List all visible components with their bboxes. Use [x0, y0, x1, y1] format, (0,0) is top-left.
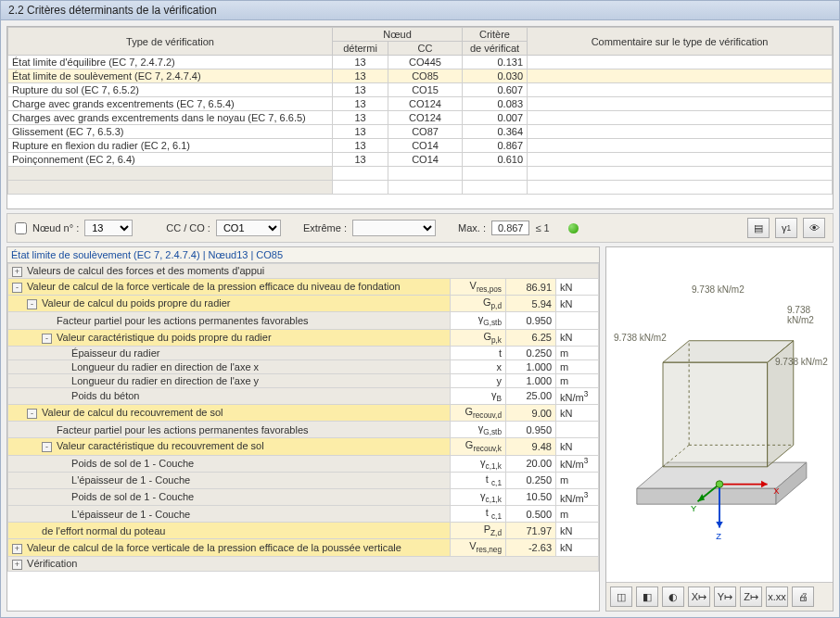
th-type: Type de vérification [8, 28, 333, 56]
th-critere: Critère [463, 28, 528, 42]
axis-y-label: Y [691, 504, 697, 513]
max-limit: ≤ 1 [535, 222, 549, 233]
window-title: 2.2 Critères déterminants de la vérifica… [1, 1, 839, 20]
details-row[interactable]: L'épaisseur de 1 - Couchet c,10.250m [8, 472, 599, 488]
table-row[interactable]: Rupture en flexion du radier (EC 2, 6.1)… [8, 139, 833, 153]
extreme-label: Extrême : [303, 222, 347, 233]
viewer-svg: X Y Z [606, 247, 833, 582]
status-ok-icon [568, 223, 579, 233]
viewer-btn-2[interactable]: ◐ [662, 586, 684, 607]
details-panel: État limite de soulèvement (EC 7, 2.4.7.… [6, 246, 600, 612]
details-row[interactable]: Poids de sol de 1 - Coucheγc,1,k20.00kN/… [8, 455, 599, 472]
load-top: 9.738 kN/m2 [692, 284, 745, 295]
details-header: État limite de soulèvement (EC 7, 2.4.7.… [7, 247, 599, 263]
twisty-icon[interactable]: - [27, 409, 37, 419]
twisty-icon[interactable]: - [27, 299, 37, 309]
extreme-select[interactable] [352, 220, 436, 236]
details-row[interactable]: - Valeur de calcul du poids propre du ra… [8, 296, 599, 312]
viewer-btn-5[interactable]: Z↦ [740, 586, 762, 607]
verification-window: 2.2 Critères déterminants de la vérifica… [0, 0, 840, 618]
soil-front [637, 488, 776, 504]
details-table: + Valeurs de calcul des forces et des mo… [7, 263, 599, 572]
axis-x-label: X [773, 486, 780, 496]
viewer-btn-7[interactable]: 🖨 [792, 586, 814, 607]
viewer-btn-3[interactable]: X↦ [688, 586, 710, 607]
axis-z-label: Z [716, 532, 721, 541]
details-row[interactable]: - Valeur de calcul de la force verticale… [8, 279, 599, 296]
twisty-icon[interactable]: + [12, 267, 22, 277]
twisty-icon[interactable]: + [12, 544, 22, 554]
load-right: 9.738 kN/m2 [787, 305, 833, 325]
table-row[interactable]: Charges avec grands excentrements dans l… [8, 111, 833, 125]
svg-marker-6 [716, 522, 723, 528]
top-table: Type de vérification Nœud Critère Commen… [6, 26, 834, 209]
details-row[interactable]: Facteur partiel pour les actions permane… [8, 312, 599, 329]
cube-front [663, 362, 768, 467]
viewer-btn-1[interactable]: ◧ [636, 586, 658, 607]
twisty-icon[interactable]: - [42, 442, 52, 452]
max-value: 0.867 [491, 221, 530, 235]
table-row[interactable]: Charge avec grands excentrements (EC 7, … [8, 97, 833, 111]
details-row[interactable]: - Valeur caractéristique du poids propre… [8, 329, 599, 346]
toolbar-btn-1[interactable]: ▤ [747, 218, 770, 238]
load-front: 9.738 kN/m2 [775, 357, 828, 367]
details-row[interactable]: Longueur du radier en direction de l'axe… [8, 373, 599, 387]
details-row[interactable]: + Valeurs de calcul des forces et des mo… [8, 264, 599, 279]
details-row[interactable]: - Valeur caractéristique du recouvrement… [8, 438, 599, 455]
toolbar-btn-2[interactable]: γ1 [775, 218, 797, 238]
details-row[interactable]: de l'effort normal du poteauPZ,d71.97kN [8, 523, 599, 539]
table-row[interactable]: Poinçonnement (EC 2, 6.4)13CO140.610 [8, 153, 833, 167]
details-row[interactable]: Longueur du radier en direction de l'axe… [8, 359, 599, 373]
details-row[interactable]: Épaisseur du radiert0.250m [8, 346, 599, 359]
details-row[interactable]: + Vérification [8, 556, 599, 571]
table-row[interactable]: État limite d'équilibre (EC 7, 2.4.7.2)1… [8, 56, 833, 69]
viewer-btn-0[interactable]: ◫ [610, 586, 632, 607]
viewer-btn-6[interactable]: x.xx [766, 586, 788, 607]
noeud-label: Nœud n° : [32, 222, 79, 233]
filter-bar: Nœud n° : 13 CC / CO : CO1 Extrême : Max… [6, 213, 834, 243]
details-row[interactable]: L'épaisseur de 1 - Couchet c,10.500m [8, 506, 599, 523]
th-commentaire: Commentaire sur le type de vérification [528, 28, 833, 56]
lower-split: État limite de soulèvement (EC 7, 2.4.7.… [6, 246, 834, 612]
details-row[interactable]: - Valeur de calcul du recouvrement de so… [8, 404, 599, 421]
details-row[interactable]: Facteur partiel pour les actions permane… [8, 422, 599, 438]
table-row[interactable]: État limite de soulèvement (EC 7, 2.4.7.… [8, 69, 833, 83]
th-cc: CC [388, 42, 463, 56]
max-label: Max. : [458, 222, 486, 233]
toolbar-btn-view[interactable]: 👁 [803, 218, 825, 238]
noeud-checkbox[interactable] [15, 222, 27, 234]
noeud-select[interactable]: 13 [84, 220, 133, 236]
details-row[interactable]: Poids du bétonγB25.00kN/m3 [8, 387, 599, 404]
details-row[interactable]: Poids de sol de 1 - Coucheγc,1,k10.50kN/… [8, 488, 599, 505]
twisty-icon[interactable]: - [12, 283, 22, 293]
table-row[interactable]: Glissement (EC 7, 6.5.3)13CO870.364 [8, 125, 833, 139]
load-left: 9.738 kN/m2 [614, 333, 667, 343]
cc-select[interactable]: CO1 [216, 220, 281, 236]
criteria-table: Type de vérification Nœud Critère Commen… [7, 27, 833, 195]
viewer-btn-4[interactable]: Y↦ [714, 586, 736, 607]
window-content: Type de vérification Nœud Critère Commen… [1, 20, 839, 617]
th-deverificat: de vérificat [463, 42, 528, 56]
svg-point-9 [716, 481, 723, 488]
cc-label: CC / CO : [166, 222, 210, 233]
viewer-3d[interactable]: X Y Z 9.738 kN/m2 9.738 kN/m2 9.738 kN/m… [606, 247, 833, 582]
th-noeud-group: Nœud [333, 28, 463, 42]
viewer-toolbar: ◫◧◐X↦Y↦Z↦x.xx🖨 [606, 582, 833, 611]
details-row[interactable]: + Valeur de calcul de la force verticale… [8, 539, 599, 556]
twisty-icon[interactable]: - [42, 334, 52, 344]
twisty-icon[interactable]: + [12, 560, 22, 570]
th-determi: détermi [333, 42, 388, 56]
viewer-panel: X Y Z 9.738 kN/m2 9.738 kN/m2 9.738 kN/m… [605, 246, 834, 612]
table-row[interactable]: Rupture du sol (EC 7, 6.5.2)13CO150.607 [8, 83, 833, 97]
